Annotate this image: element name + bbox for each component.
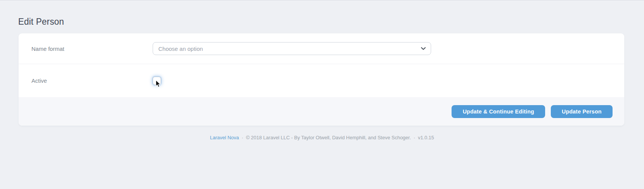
version-text: v1.0.15 [418, 135, 434, 140]
update-continue-editing-button[interactable]: Update & Continue Editing [452, 105, 545, 118]
card-footer: Update & Continue Editing Update Person [19, 97, 624, 126]
separator-dot: · [242, 135, 243, 140]
name-format-label: Name format [31, 46, 153, 52]
laravel-nova-link[interactable]: Laravel Nova [210, 135, 239, 140]
chevron-down-icon [421, 47, 426, 50]
form-row-name-format: Name format Choose an option [19, 33, 624, 64]
name-format-select-value: Choose an option [158, 46, 203, 52]
edit-person-page: Edit Person Name format Choose an option… [0, 0, 644, 189]
update-person-button[interactable]: Update Person [551, 105, 613, 118]
copyright-text: © 2018 Laravel LLC - By Taylor Otwell, D… [246, 135, 411, 140]
active-checkbox[interactable] [153, 77, 161, 85]
active-label: Active [31, 77, 153, 84]
form-row-active: Active [19, 64, 624, 97]
edit-form-card: Name format Choose an option Active Upda… [19, 33, 624, 126]
page-footer: Laravel Nova·© 2018 Laravel LLC - By Tay… [0, 135, 644, 140]
name-format-select[interactable]: Choose an option [153, 42, 431, 55]
separator-dot: · [414, 135, 415, 140]
page-title: Edit Person [18, 17, 64, 27]
